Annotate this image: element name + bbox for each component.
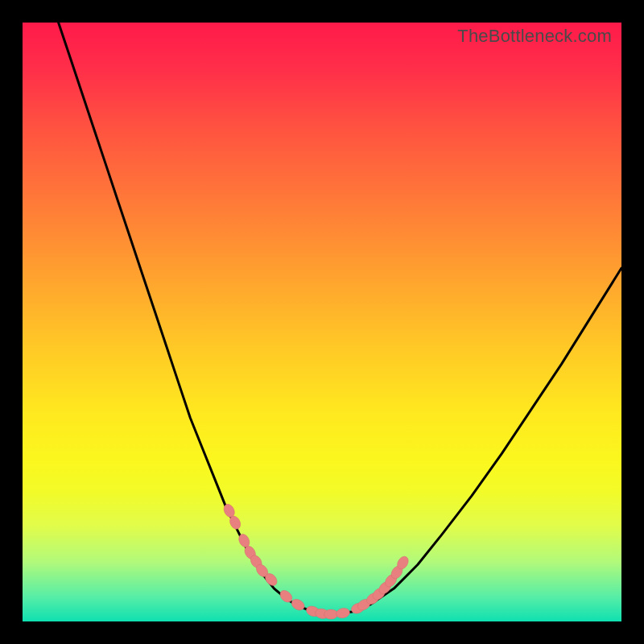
svg-point-11	[324, 609, 338, 619]
plot-area: TheBottleneck.com	[23, 23, 621, 621]
chart-frame: TheBottleneck.com	[0, 0, 644, 644]
svg-point-19	[389, 564, 404, 581]
svg-point-1	[228, 514, 242, 531]
svg-point-20	[395, 555, 411, 572]
svg-point-3	[242, 544, 258, 561]
svg-point-4	[248, 553, 263, 570]
svg-point-15	[365, 591, 382, 607]
svg-point-5	[254, 562, 270, 579]
svg-point-14	[356, 597, 373, 613]
svg-point-17	[377, 580, 393, 597]
svg-point-6	[263, 572, 279, 588]
svg-point-8	[290, 597, 307, 613]
svg-point-13	[349, 601, 365, 615]
svg-point-12	[335, 607, 350, 619]
watermark-text: TheBottleneck.com	[457, 26, 612, 47]
svg-point-0	[222, 502, 237, 519]
svg-point-18	[383, 572, 399, 589]
scatter-beads	[222, 502, 411, 620]
svg-point-16	[370, 586, 387, 602]
chart-svg	[23, 23, 621, 621]
curve-line	[59, 23, 621, 614]
svg-point-7	[278, 588, 295, 605]
svg-point-2	[237, 532, 251, 549]
svg-point-10	[315, 608, 330, 620]
svg-point-9	[305, 605, 321, 618]
